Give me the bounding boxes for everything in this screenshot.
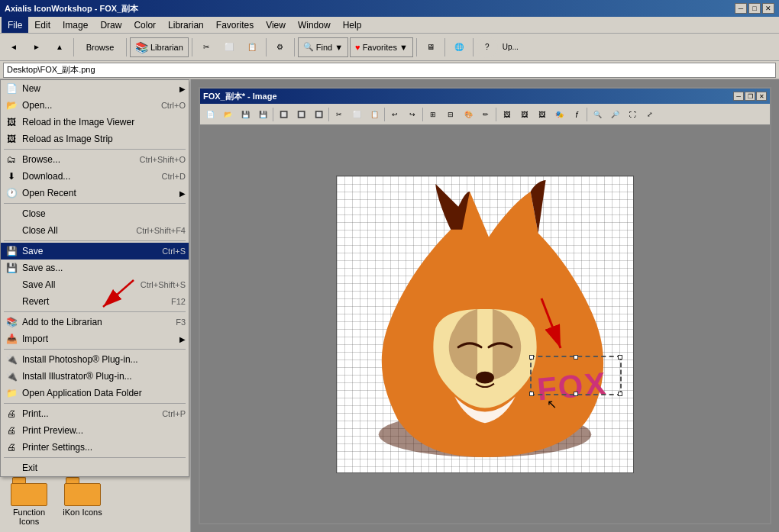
ikon-icons-item[interactable]: iKon Icons <box>60 477 105 526</box>
sep4 <box>266 38 267 56</box>
inner-img-btn[interactable]: 🖼 <box>498 106 515 123</box>
gear-button[interactable]: ⚙ <box>270 37 291 58</box>
find-button[interactable]: 🔍 Find ▼ <box>298 37 348 57</box>
menu-save-as[interactable]: 💾 Save as... <box>1 260 189 276</box>
inner-open-btn[interactable]: 📂 <box>219 106 236 123</box>
inner-pencil-btn[interactable]: ✏ <box>477 106 494 123</box>
inner-grid2-btn[interactable]: ⊟ <box>442 106 459 123</box>
paste-button[interactable]: 📋 <box>241 37 263 58</box>
inner-zoom-btn[interactable]: 🔲 <box>275 106 292 123</box>
menu-print-preview[interactable]: 🖨 Print Preview... <box>1 422 189 439</box>
inner-new-btn[interactable]: 📄 <box>202 106 218 123</box>
inner-zoom-fit-btn[interactable]: ⛶ <box>624 106 641 123</box>
menu-add-librarian[interactable]: 📚 Add to the Librarian F3 <box>1 314 189 330</box>
sep1 <box>73 38 74 56</box>
inner-zoom2-btn[interactable]: 🔲 <box>293 106 309 123</box>
help-button[interactable]: ? <box>477 37 498 58</box>
reload-viewer-icon: 🖼 <box>4 117 19 127</box>
inner-redo-btn[interactable]: ↪ <box>404 106 421 123</box>
inner-undo-btn[interactable]: ↩ <box>386 106 403 123</box>
sep2 <box>126 38 127 56</box>
inner-grid-btn[interactable]: ⊞ <box>425 106 441 123</box>
ikon-icons-label: iKon Icons <box>63 508 102 517</box>
sep1 <box>4 149 186 150</box>
inner-paste-btn[interactable]: 📋 <box>366 106 383 123</box>
function-icons-item[interactable]: FunctionIcons <box>6 477 52 526</box>
inner-fx-btn[interactable]: f <box>568 106 585 123</box>
favorites-button[interactable]: ♥ Favorites ▼ <box>350 37 413 57</box>
browse-button[interactable]: Browse <box>77 37 123 58</box>
menu-window[interactable]: Window <box>292 17 337 33</box>
inner-restore-button[interactable]: ❐ <box>745 92 755 101</box>
menu-printer-settings[interactable]: 🖨 Printer Settings... <box>1 439 189 456</box>
right-panel: FOX_副本* - Image ─ ❐ ✕ 📄 📂 💾 💾 🔲 🔲 🔲 <box>191 79 779 532</box>
menu-revert[interactable]: Revert F12 <box>1 293 189 310</box>
menu-help[interactable]: Help <box>337 17 368 33</box>
maximize-button[interactable]: □ <box>748 3 761 14</box>
sep3 <box>192 38 192 56</box>
file-dropdown-menu: 📄 New ▶ 📂 Open... Ctrl+O 🖼 Reload in the… <box>0 79 189 477</box>
cut-button[interactable]: ✂ <box>196 37 217 58</box>
menu-browse[interactable]: 🗂 Browse... Ctrl+Shift+O <box>1 151 189 168</box>
inner-copy-btn[interactable]: ⬜ <box>348 106 365 123</box>
menu-save-all[interactable]: Save All Ctrl+Shift+S <box>1 276 189 293</box>
forward-button[interactable]: ► <box>26 37 47 58</box>
inner-zoom-out-btn[interactable]: 🔎 <box>606 106 623 123</box>
menu-edit[interactable]: Edit <box>28 17 57 33</box>
sep5 <box>4 349 186 350</box>
menu-view[interactable]: View <box>260 17 292 33</box>
copy-button[interactable]: ⬜ <box>218 37 240 58</box>
inner-zoom3-btn[interactable]: 🔲 <box>310 106 327 123</box>
menu-open-recent[interactable]: 🕐 Open Recent ▶ <box>1 185 189 202</box>
inner-sep1 <box>273 108 273 121</box>
inner-color-btn[interactable]: 🎨 <box>460 106 477 123</box>
librarian-icon: 📚 <box>135 41 148 53</box>
menu-close[interactable]: Close <box>1 205 189 222</box>
folder-body <box>11 483 47 506</box>
menu-install-ai[interactable]: 🔌 Install Illustrator® Plug-in... <box>1 368 189 385</box>
globe-button[interactable]: 🌐 <box>448 37 470 58</box>
librarian-button[interactable]: 📚 Librarian <box>130 37 189 57</box>
address-input[interactable] <box>3 63 776 78</box>
back-button[interactable]: ◄ <box>3 37 24 58</box>
function-folder-icon <box>11 477 47 506</box>
sep4 <box>4 311 186 312</box>
menu-reload-viewer[interactable]: 🖼 Reload in the Image Viewer <box>1 114 189 131</box>
fox-canvas[interactable]: FOX <box>336 176 634 473</box>
menu-reload-strip[interactable]: 🖼 Reload as Image Strip <box>1 131 189 147</box>
menu-import[interactable]: 📥 Import ▶ <box>1 330 189 347</box>
close-button[interactable]: ✕ <box>762 3 774 14</box>
inner-save-btn[interactable]: 💾 <box>237 106 254 123</box>
menu-install-ps[interactable]: 🔌 Install Photoshop® Plug-in... <box>1 351 189 368</box>
up-button[interactable]: ▲ <box>49 37 70 58</box>
inner-img2-btn[interactable]: 🖼 <box>516 106 532 123</box>
menu-close-all[interactable]: Close All Ctrl+Shift+F4 <box>1 222 189 239</box>
menu-open[interactable]: 📂 Open... Ctrl+O <box>1 97 189 114</box>
minimize-button[interactable]: ─ <box>735 3 747 14</box>
inner-expand-btn[interactable]: ⤢ <box>642 106 658 123</box>
menu-print[interactable]: 🖨 Print... Ctrl+P <box>1 405 189 422</box>
print-preview-icon: 🖨 <box>4 425 19 436</box>
menu-file[interactable]: File <box>2 17 28 33</box>
title-bar-buttons: ─ □ ✕ <box>735 3 774 14</box>
inner-img4-btn[interactable]: 🎭 <box>551 106 567 123</box>
menu-favorites[interactable]: Favorites <box>210 17 260 33</box>
inner-cut-btn[interactable]: ✂ <box>331 106 347 123</box>
menu-image[interactable]: Image <box>57 17 94 33</box>
update-button[interactable]: Up... <box>499 37 522 58</box>
menu-open-data[interactable]: 📁 Open Application Data Folder <box>1 385 189 401</box>
menu-save[interactable]: 💾 Save Ctrl+S <box>1 243 189 260</box>
menu-color[interactable]: Color <box>128 17 162 33</box>
menu-new[interactable]: 📄 New ▶ <box>1 80 189 97</box>
menu-exit[interactable]: Exit <box>1 459 189 476</box>
menu-draw[interactable]: Draw <box>94 17 128 33</box>
menu-librarian[interactable]: Librarian <box>162 17 210 33</box>
favorites-label: Favorites <box>363 43 397 52</box>
menu-download[interactable]: ⬇ Download... Ctrl+D <box>1 168 189 185</box>
inner-save2-btn[interactable]: 💾 <box>254 106 271 123</box>
inner-minimize-button[interactable]: ─ <box>733 92 744 101</box>
inner-zoom-in-btn[interactable]: 🔍 <box>589 106 606 123</box>
inner-img3-btn[interactable]: 🖼 <box>533 106 550 123</box>
inner-close-button[interactable]: ✕ <box>756 92 767 101</box>
monitor-button[interactable]: 🖥 <box>420 37 441 58</box>
